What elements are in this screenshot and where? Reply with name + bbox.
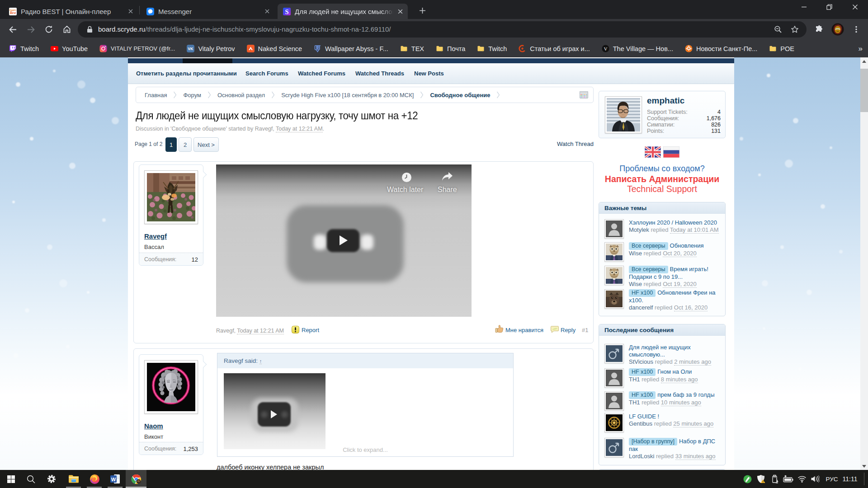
sidebar-user-avatar[interactable] [605, 96, 642, 133]
technical-support-link[interactable]: Technical Support [599, 184, 726, 194]
clock[interactable]: 11:11 [840, 470, 860, 488]
tray-battery-icon[interactable] [781, 470, 795, 488]
page-2-button[interactable]: 2 [179, 137, 192, 152]
subnav-new-posts[interactable]: New Posts [414, 70, 444, 77]
tray-volume-icon[interactable] [808, 470, 822, 488]
bookmark-naked-science[interactable]: Naked Science [247, 45, 302, 52]
page-1-button[interactable]: 1 [165, 137, 177, 152]
bookmark-twitch[interactable]: Twitch [9, 45, 39, 52]
bookmark-wallpaper-abyss[interactable]: Wallpaper Abyss - F... [314, 45, 388, 52]
breadcrumb-server[interactable]: Scryde High Five x100 [18 сентября в 20:… [281, 92, 414, 99]
topic-user[interactable]: Gentibus [629, 420, 652, 427]
topic-title-link[interactable]: Обновления [670, 242, 704, 249]
uk-flag-icon[interactable] [645, 146, 661, 158]
topic-user[interactable]: Motylek [629, 226, 649, 233]
tray-defender-icon[interactable] [754, 470, 768, 488]
topic-title-link[interactable]: Для людей не ищущих смысловую... [629, 344, 691, 358]
scrollbar-down-button[interactable] [860, 462, 868, 470]
topic-user[interactable]: LordLoski [629, 453, 654, 460]
topic-avatar[interactable] [604, 413, 624, 432]
scrollbar-up-button[interactable] [860, 57, 868, 65]
tab-radio-best[interactable]: РАДИОBest Радио BEST | Онлайн-плеер [4, 4, 138, 19]
byline-user[interactable]: Ravegf, [216, 328, 236, 334]
share-arrow-icon[interactable] [441, 171, 453, 182]
bookmark-instagram[interactable]: VITALIY PETROV (@fr... [99, 45, 175, 52]
tab-close-icon[interactable] [127, 7, 135, 15]
login-problems-link[interactable]: Проблемы со входом? [599, 164, 726, 174]
topic-date-link[interactable]: 33 minutes ago [675, 453, 716, 460]
tab-close-icon[interactable] [396, 7, 404, 15]
watch-later-label[interactable]: Watch later [387, 186, 423, 194]
bookmark-star-icon[interactable] [791, 25, 799, 33]
extensions-puzzle-icon[interactable] [811, 21, 827, 38]
thread-sub-date-link[interactable]: Today at 12:21 AM [276, 126, 323, 132]
bookmark-folder-pochta[interactable]: Почта [436, 45, 465, 52]
topic-date-link[interactable]: 25 minutes ago [673, 420, 713, 427]
quote-block[interactable]: Ravegf said: ↑ Click to expand... [217, 353, 514, 457]
tab-close-icon[interactable] [263, 7, 271, 15]
topic-title-link[interactable]: LF GUIDE ! [629, 413, 659, 420]
bookmarks-overflow-chevron[interactable]: » [859, 44, 863, 53]
bookmark-fontanka[interactable]: Новости Санкт-Пе... [685, 45, 757, 52]
window-minimize-button[interactable] [793, 0, 814, 14]
tab-scryde-active[interactable]: S Для людей не ищущих смыслов [278, 4, 408, 19]
zoom-indicator-icon[interactable] [774, 25, 782, 33]
quote-jump-arrow[interactable]: ↑ [259, 358, 262, 364]
bookmark-vk[interactable]: VKVitaly Petrov [187, 45, 235, 52]
window-restore-button[interactable] [819, 0, 840, 14]
subnav-search-forums[interactable]: Search Forums [245, 70, 288, 77]
topic-date-link[interactable]: Oct 19, 2020 [663, 281, 696, 288]
post-2-username-link[interactable]: Naom [144, 422, 163, 430]
taskbar-file-explorer-icon[interactable] [63, 470, 84, 488]
topic-date-link[interactable]: 8 minutes ago [661, 376, 698, 383]
topic-avatar[interactable] [604, 344, 624, 363]
watch-thread-link[interactable]: Watch Thread [557, 141, 594, 147]
page-next-button[interactable]: Next > [193, 137, 219, 152]
browser-menu-icon[interactable] [848, 21, 864, 38]
new-tab-button[interactable] [416, 4, 429, 17]
post-number[interactable]: #1 [582, 327, 588, 333]
post-1-username-link[interactable]: Ravegf [144, 232, 167, 240]
watch-later-clock-icon[interactable] [401, 172, 412, 183]
topic-user[interactable]: Wise [629, 250, 642, 257]
topic-date-link[interactable]: Today at 10:01 AM [670, 226, 719, 234]
bookmark-folder-poe[interactable]: POE [769, 45, 794, 52]
subnav-watched-threads[interactable]: Watched Threads [355, 70, 404, 77]
bookmark-the-village[interactable]: VThe Village — Нов... [602, 45, 673, 52]
ru-flag-icon[interactable] [663, 146, 679, 158]
subnav-mark-read[interactable]: Отметить разделы прочитанными [136, 70, 237, 77]
sidebar-username[interactable]: emphatic [647, 96, 684, 106]
breadcrumb-section[interactable]: Основной раздел [217, 92, 265, 99]
back-button[interactable] [5, 21, 21, 38]
scrollbar-thumb[interactable] [860, 69, 868, 112]
language-indicator[interactable]: РУС [824, 470, 840, 488]
tab-messenger[interactable]: Messenger [141, 4, 275, 19]
tray-wifi-icon[interactable] [796, 470, 808, 488]
topic-avatar[interactable] [604, 219, 624, 239]
topic-user[interactable]: TH1 [629, 376, 640, 383]
bookmark-folder-tex[interactable]: TEX [400, 45, 424, 52]
like-link[interactable]: Мне нравится [505, 327, 543, 333]
bookmark-youtube[interactable]: YouTube [51, 45, 88, 52]
window-close-button[interactable] [844, 0, 865, 14]
subnav-watched-forums[interactable]: Watched Forums [298, 70, 345, 77]
topic-avatar[interactable] [604, 242, 624, 262]
report-link[interactable]: Report [302, 327, 319, 333]
write-administration-link[interactable]: Написать Администрации [599, 174, 726, 184]
topic-user[interactable]: dancerelf [629, 304, 653, 311]
topic-avatar[interactable] [604, 391, 624, 411]
topic-avatar[interactable] [604, 266, 624, 285]
topic-user[interactable]: StVicious [629, 358, 653, 365]
bookmark-folder-twitch[interactable]: Twitch [477, 45, 507, 52]
taskbar-chrome-icon-active[interactable] [126, 470, 146, 488]
taskbar-search-icon[interactable] [22, 470, 40, 488]
page-scrollbar[interactable] [860, 57, 868, 470]
thread-sub-user-link[interactable]: Ravegf [255, 126, 273, 132]
bookmark-game-articles[interactable]: Статьи об играх и... [519, 45, 590, 52]
breadcrumb-forum[interactable]: Форум [183, 92, 201, 99]
topic-title-link[interactable]: Гном на Оли [657, 368, 692, 375]
taskbar-word-icon[interactable]: W [105, 470, 126, 488]
url-bar[interactable]: board.scryde.ru/threads/dlja-ljudej-ne-i… [78, 21, 807, 38]
breadcrumb-current[interactable]: Свободное общение [430, 92, 490, 99]
forward-button[interactable] [23, 21, 39, 38]
